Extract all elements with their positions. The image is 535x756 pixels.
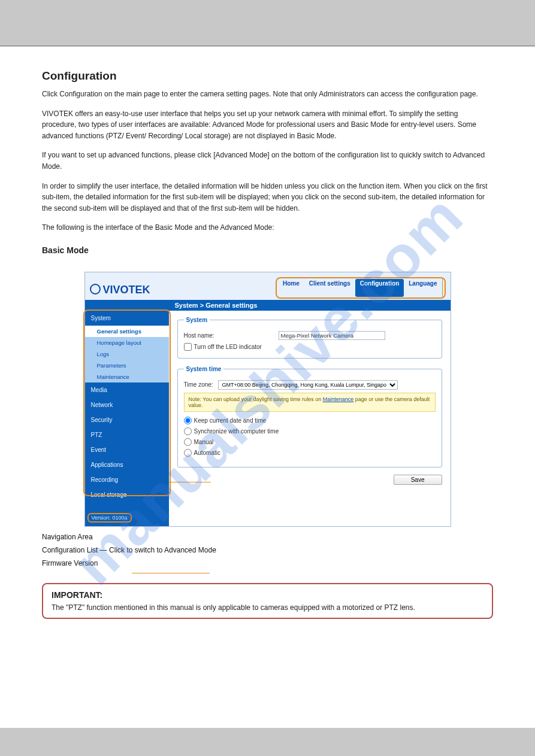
callout-firmware: Firmware Version [42,559,493,567]
content-area: System Host name: Turn off the LED indic… [169,311,451,526]
sidebar-item-ptz[interactable]: PTZ [85,427,169,442]
version-badge: Version: 0100a [87,513,132,523]
led-checkbox-row[interactable]: Turn off the LED indicator [184,343,436,351]
system-time-panel: System time Time zone: GMT+08:00 Beijing… [177,366,442,467]
save-button[interactable]: Save [394,475,442,485]
sidebar-item-recording[interactable]: Recording [85,472,169,487]
callout-config-label: Configuration List [42,546,98,554]
nav-home[interactable]: Home [278,279,304,297]
divider [0,46,535,47]
note-title: IMPORTANT: [52,590,483,600]
screenshot-header: VIVOTEK Home Client settings Configurati… [85,272,451,300]
system-panel-legend: System [184,317,210,323]
page-header-bar [0,0,535,46]
dst-note: Note: You can upload your daylight savin… [184,393,436,412]
system-time-panel-legend: System time [184,366,224,372]
radio-keep-row[interactable]: Keep current date and time [184,417,436,424]
hostname-label: Host name: [184,332,274,339]
callout-firmware-label: Firmware Version [42,559,98,567]
radio-keep-label: Keep current date and time [194,417,267,424]
nav-language[interactable]: Language [404,279,442,297]
para2: If you want to set up advanced functions… [42,150,493,172]
callout-nav-label: Navigation Area [42,533,93,541]
logo: VIVOTEK [90,284,150,300]
dst-note-a: Note: You can upload your daylight savin… [189,396,323,402]
sidebar-sub-parameters[interactable]: Parameters [85,360,169,371]
screenshot-main: System General settings Homepage layout … [85,311,451,526]
callout-leader [169,482,211,482]
radio-manual[interactable] [184,438,192,446]
screenshot: VIVOTEK Home Client settings Configurati… [84,272,451,527]
led-checkbox[interactable] [184,343,192,351]
section-heading: Configuration [42,69,493,83]
callout-config-text: Click to switch to Advanced Mode [109,546,216,554]
callout-nav-area: Navigation Area [42,533,493,541]
sidebar-item-event[interactable]: Event [85,442,169,457]
radio-auto-label: Automatic [194,450,220,456]
radio-auto-row[interactable]: Automatic [184,449,436,457]
sidebar-item-local-storage[interactable]: Local storage [85,487,169,502]
basic-mode-heading: Basic Mode [42,244,493,257]
sidebar-sub-logs[interactable]: Logs [85,348,169,360]
timezone-select[interactable]: GMT+08:00 Beijing, Chongqing, Hong Kong,… [218,380,398,390]
timezone-label: Time zone: [184,381,213,388]
nav-client-settings[interactable]: Client settings [304,279,355,297]
hostname-input[interactable] [279,331,385,340]
para4: The following is the interface of the Ba… [42,222,493,233]
radio-manual-label: Manual [194,439,214,445]
callout-config-list: Configuration List — Click to switch to … [42,546,493,554]
screenshot-wrap: VIVOTEK Home Client settings Configurati… [42,272,493,527]
hostname-row: Host name: [184,331,436,340]
sidebar-item-applications[interactable]: Applications [85,457,169,472]
save-row: Save [177,475,442,485]
sidebar: System General settings Homepage layout … [85,311,169,526]
logo-text: VIVOTEK [103,284,150,296]
note-text: The "PTZ" function mentioned in this man… [52,603,483,612]
intro-paragraph: Click Configuration on the main page to … [42,89,493,100]
dst-note-link[interactable]: Maintenance [323,396,354,402]
top-nav: Home Client settings Configuration Langu… [276,277,445,299]
desc-paragraph: VIVOTEK offers an easy-to-use user inter… [42,108,493,142]
system-panel: System Host name: Turn off the LED indic… [177,317,442,359]
sidebar-sub-homepage-layout[interactable]: Homepage layout [85,337,169,348]
radio-sync[interactable] [184,427,192,435]
para3: In order to simplify the user interface,… [42,181,493,214]
sidebar-item-system[interactable]: System [85,311,169,326]
callout-leader [132,573,210,573]
led-checkbox-label: Turn off the LED indicator [194,344,262,350]
callout-leader [442,279,443,297]
sidebar-item-network[interactable]: Network [85,397,169,412]
important-note: IMPORTANT: The "PTZ" function mentioned … [42,583,493,619]
sidebar-sub-maintenance[interactable]: Maintenance [85,371,169,382]
logo-icon [90,284,101,294]
timezone-row: Time zone: GMT+08:00 Beijing, Chongqing,… [184,380,436,390]
radio-auto[interactable] [184,449,192,457]
sidebar-item-security[interactable]: Security [85,412,169,427]
breadcrumb: System > General settings [85,300,451,311]
radio-keep[interactable] [184,417,192,424]
document-body: manualshive.com Configuration Click Conf… [0,51,535,728]
radio-manual-row[interactable]: Manual [184,438,436,446]
radio-sync-label: Synchronize with computer time [194,428,279,435]
radio-sync-row[interactable]: Synchronize with computer time [184,427,436,435]
sidebar-item-media[interactable]: Media [85,382,169,397]
sidebar-sub-general-settings[interactable]: General settings [85,326,169,337]
page-footer-bar [0,728,535,756]
nav-configuration[interactable]: Configuration [355,279,404,297]
sidebar-submenu: General settings Homepage layout Logs Pa… [85,326,169,382]
